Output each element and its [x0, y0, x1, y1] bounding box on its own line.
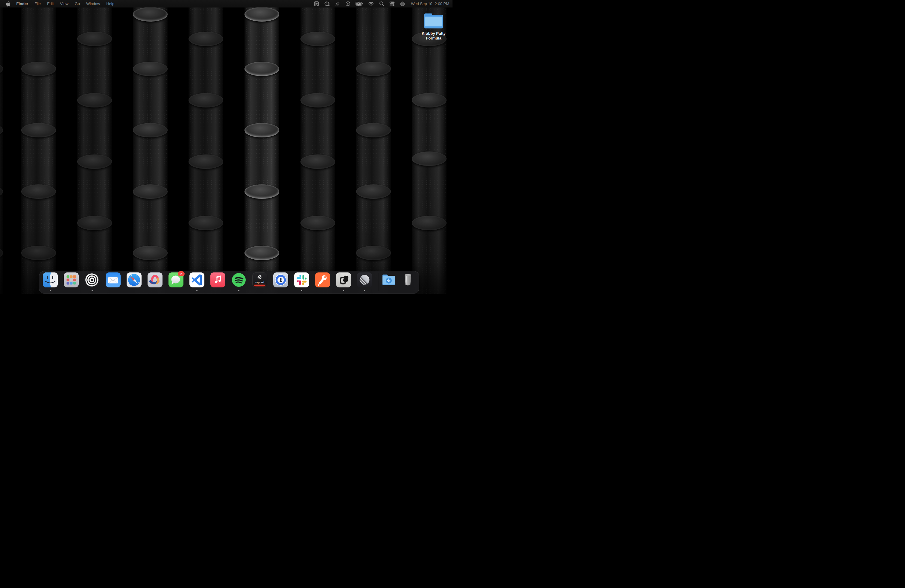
vscode-icon — [189, 272, 205, 288]
menu-view[interactable]: View — [57, 2, 71, 6]
running-indicator — [196, 290, 197, 291]
cylinder-cap — [77, 93, 112, 108]
cylinder-cap — [245, 184, 279, 199]
striped-logo-slash-icon[interactable] — [335, 1, 340, 6]
dock-item-spotify[interactable] — [231, 272, 246, 291]
music-icon — [210, 272, 225, 288]
wallpaper-column — [412, 8, 446, 294]
cylinder-cap — [412, 93, 446, 108]
app-menus: FinderFileEditViewGoWindowHelp — [13, 2, 117, 6]
running-indicator — [50, 290, 51, 291]
cylinder-cap — [77, 32, 112, 46]
downloads-folder-icon — [381, 272, 396, 288]
dock-item-launchpad[interactable] — [64, 272, 79, 291]
menu-finder[interactable]: Finder — [13, 2, 32, 6]
menu-file[interactable]: File — [32, 2, 44, 6]
cylinder-cap — [412, 216, 446, 230]
dock-item-raycast[interactable]: raycast — [252, 272, 267, 291]
dock-item-finder[interactable] — [43, 272, 58, 291]
launchpad-icon — [64, 272, 79, 288]
cylinder-cap — [412, 151, 446, 166]
menu-go[interactable]: Go — [71, 2, 83, 6]
dock-separator — [378, 273, 378, 291]
dock-item-mail[interactable] — [106, 272, 121, 291]
clock-date: Wed Sep 10 — [411, 2, 432, 6]
menu-help[interactable]: Help — [103, 2, 117, 6]
cylinder-cap — [133, 7, 168, 22]
raycast-tile-text: raycast — [252, 281, 267, 284]
textured-globe-icon[interactable] — [400, 1, 405, 6]
menu-window[interactable]: Window — [83, 2, 103, 6]
postman-icon — [315, 272, 330, 288]
menu-bar-status-area: Wed Sep 10 2:00 PM — [314, 0, 449, 8]
cylinder-cap — [356, 246, 391, 260]
arc-browser-icon — [148, 272, 162, 288]
dock-item-postman[interactable] — [315, 272, 330, 291]
dock-item-dia[interactable] — [336, 272, 351, 291]
cylinder-cap — [300, 93, 335, 108]
cylinder-cap — [189, 32, 223, 46]
desktop-wallpaper — [0, 0, 452, 294]
menu-bar-clock[interactable]: Wed Sep 10 2:00 PM — [411, 2, 449, 6]
raycast-icon: raycast — [252, 272, 267, 288]
cylinder-cap — [133, 62, 168, 76]
dock-item-downloads[interactable] — [381, 272, 396, 291]
cylinder-cap — [300, 154, 335, 169]
spotify-icon — [231, 272, 246, 288]
notification-badge: 2 — [178, 271, 185, 277]
dock-item-safari[interactable] — [127, 272, 141, 291]
mail-icon — [106, 272, 121, 288]
dock-item-1password[interactable] — [273, 272, 288, 291]
cylinder-cap — [245, 123, 279, 137]
apple-menu-icon[interactable] — [6, 1, 11, 6]
power-lock-icon[interactable] — [324, 1, 330, 6]
cylinder-cap — [300, 32, 335, 46]
dock-item-arc-browser[interactable] — [148, 272, 162, 291]
cylinder-cap — [77, 216, 112, 230]
cylinder-cap — [133, 246, 168, 260]
now-playing-icon[interactable] — [345, 1, 351, 6]
cylinder-cap — [189, 216, 223, 230]
menu-edit[interactable]: Edit — [44, 2, 57, 6]
spotlight-search-icon[interactable] — [379, 1, 384, 6]
dock-item-concentric-rings-app[interactable] — [85, 272, 100, 291]
running-indicator — [92, 290, 93, 291]
safari-icon — [127, 272, 141, 288]
wallpaper-column — [189, 8, 223, 294]
dock-item-trash[interactable] — [400, 272, 415, 291]
dock-item-slack[interactable] — [294, 272, 309, 291]
cylinder-cap — [21, 62, 56, 76]
dock-item-linear[interactable] — [357, 272, 372, 291]
slack-icon — [294, 272, 309, 288]
wallpaper-column — [77, 8, 112, 294]
concentric-rings-icon — [85, 272, 100, 288]
dock-item-vscode[interactable] — [189, 272, 205, 291]
menu-bar: FinderFileEditViewGoWindowHelp — [0, 0, 452, 8]
finder-icon — [43, 272, 58, 288]
cylinder-cap — [77, 154, 112, 169]
cylinder-cap — [21, 184, 56, 199]
wifi-icon[interactable] — [368, 2, 374, 6]
cylinder-cap — [356, 62, 391, 76]
linear-icon — [357, 272, 372, 288]
battery-charging-icon[interactable] — [356, 1, 363, 6]
cylinder-cap — [356, 123, 391, 137]
dock-item-music[interactable] — [210, 272, 225, 291]
dock-item-messages[interactable]: 2 — [168, 272, 183, 291]
cylinder-cap — [133, 123, 168, 137]
folder-label: Krabby Patty Formula — [416, 31, 452, 41]
cylinder-cap — [245, 62, 279, 76]
cylinder-cap — [189, 93, 223, 108]
running-indicator — [343, 290, 344, 291]
clock-time: 2:00 PM — [435, 2, 449, 6]
dia-icon — [336, 272, 351, 288]
raycast-red-bar — [254, 285, 265, 286]
folder-icon — [424, 13, 443, 29]
cylinder-cap — [133, 184, 168, 199]
control-center-icon[interactable] — [389, 1, 395, 6]
wallpaper-column — [300, 8, 335, 294]
desktop-folder-krabby-patty-formula[interactable]: Krabby Patty Formula — [416, 13, 452, 41]
trash-icon — [400, 272, 415, 288]
starburst-icon[interactable] — [314, 1, 319, 6]
cylinder-cap — [245, 246, 279, 260]
